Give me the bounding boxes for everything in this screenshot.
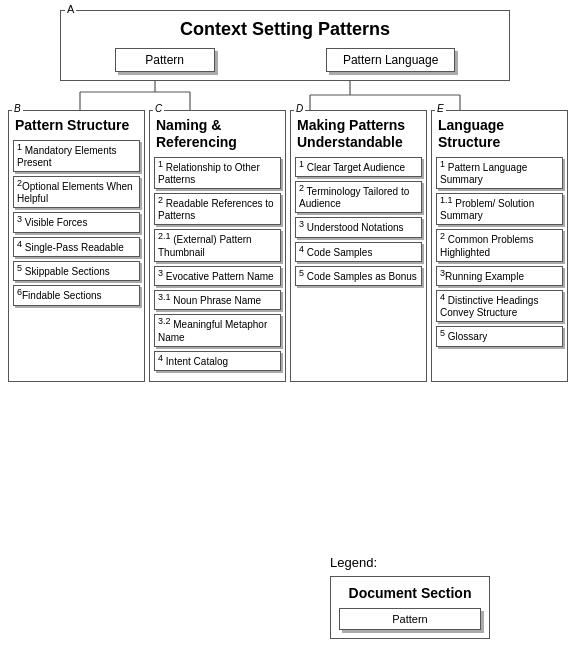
list-item: 6Findable Sections [13, 285, 140, 305]
list-item: 3 Understood Notations [295, 217, 422, 237]
list-item: 5 Glossary [436, 326, 563, 346]
list-item: 1.1 Problem/ Solution Summary [436, 193, 563, 225]
columns: B Pattern Structure 1 Mandatory Elements… [8, 110, 568, 382]
list-item: 1 Clear Target Audience [295, 157, 422, 177]
top-title: Context Setting Patterns [69, 19, 501, 40]
col-d-label: D [294, 103, 305, 114]
list-item: 1 Mandatory Elements Present [13, 140, 140, 172]
list-item: 4 Distinctive Headings Convey Structure [436, 290, 563, 322]
legend-area: Legend: Document Section Pattern [330, 555, 490, 639]
list-item: 3.1 Noun Phrase Name [154, 290, 281, 310]
pattern-button[interactable]: Pattern [115, 48, 215, 72]
col-c-title: Naming & Referencing [154, 117, 281, 151]
list-item: 5 Code Samples as Bonus [295, 266, 422, 286]
col-d-title: Making Patterns Understandable [295, 117, 422, 151]
list-item: 1 Relationship to Other Patterns [154, 157, 281, 189]
list-item: 3 Visible Forces [13, 212, 140, 232]
legend-inner-box: Pattern [339, 608, 481, 630]
list-item: 3Running Example [436, 266, 563, 286]
main-container: A Context Setting Patterns Pattern Patte… [0, 0, 576, 661]
col-making-patterns: D Making Patterns Understandable 1 Clear… [290, 110, 427, 382]
legend-outer-box: Document Section Pattern [330, 576, 490, 639]
list-item: 2 Readable References to Patterns [154, 193, 281, 225]
list-item: 4 Single-Pass Readable [13, 237, 140, 257]
col-e-title: Language Structure [436, 117, 563, 151]
col-c-label: C [153, 103, 164, 114]
legend-label: Legend: [330, 555, 490, 570]
legend-outer-title: Document Section [339, 585, 481, 602]
list-item: 5 Skippable Sections [13, 261, 140, 281]
top-patterns: Pattern Pattern Language [69, 48, 501, 72]
top-label: A [65, 3, 76, 15]
col-pattern-structure: B Pattern Structure 1 Mandatory Elements… [8, 110, 145, 382]
col-naming-referencing: C Naming & Referencing 1 Relationship to… [149, 110, 286, 382]
pattern-language-button[interactable]: Pattern Language [326, 48, 455, 72]
list-item: 2 Terminology Tailored to Audience [295, 181, 422, 213]
col-b-label: B [12, 103, 23, 114]
list-item: 2Optional Elements When Helpful [13, 176, 140, 208]
list-item: 2.1 (External) Pattern Thumbnail [154, 229, 281, 261]
list-item: 1 Pattern Language Summary [436, 157, 563, 189]
col-language-structure: E Language Structure 1 Pattern Language … [431, 110, 568, 382]
list-item: 4 Code Samples [295, 242, 422, 262]
top-section: A Context Setting Patterns Pattern Patte… [60, 10, 510, 81]
col-e-label: E [435, 103, 446, 114]
list-item: 2 Common Problems Highlighted [436, 229, 563, 261]
list-item: 4 Intent Catalog [154, 351, 281, 371]
col-b-title: Pattern Structure [13, 117, 140, 134]
list-item: 3.2 Meaningful Metaphor Name [154, 314, 281, 346]
list-item: 3 Evocative Pattern Name [154, 266, 281, 286]
